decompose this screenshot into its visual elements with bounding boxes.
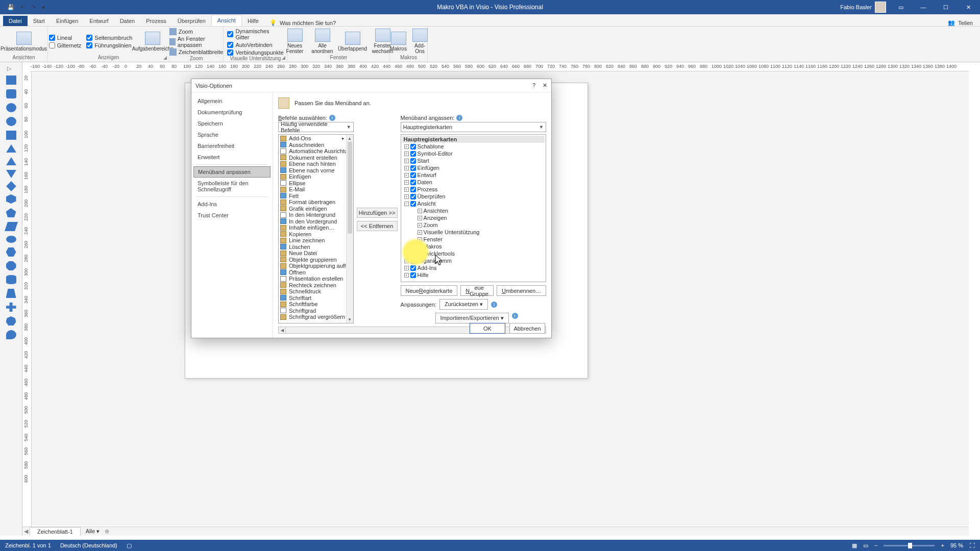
command-item[interactable]: Rechteck zeichnen [279, 282, 346, 289]
expand-icon[interactable]: + [418, 237, 422, 242]
tree-child-node[interactable]: +Fenster [402, 236, 545, 243]
command-item[interactable]: Dokument erstellen [279, 155, 346, 161]
shape-hexagon[interactable] [6, 194, 16, 204]
tree-node[interactable]: +Prozess [402, 186, 545, 193]
import-export-button[interactable]: Importieren/Exportieren ▾ [435, 313, 509, 323]
add-sheet-icon[interactable]: ⊕ [105, 528, 109, 535]
expand-icon[interactable]: + [404, 273, 409, 278]
presentation-mode-button[interactable]: Präsentationsmodus [9, 32, 39, 52]
tab-ansicht[interactable]: Ansicht [211, 15, 242, 26]
scroll-left-icon[interactable]: ◀ [279, 327, 286, 333]
scroll-thumb[interactable] [348, 142, 352, 234]
tree-checkbox[interactable] [410, 158, 416, 164]
view-normal-icon[interactable]: ▦ [852, 542, 857, 549]
connection-points-checkbox[interactable]: Verbindungspunkte [227, 49, 283, 56]
redo-icon[interactable]: ↷ [31, 4, 36, 11]
command-item[interactable]: Ebene nach hinten [279, 161, 346, 167]
share-button[interactable]: 👥 Teilen [948, 19, 973, 26]
zoom-level[interactable]: 95 % [950, 542, 963, 548]
undo-icon[interactable]: ↶ [20, 4, 25, 11]
new-group-button[interactable]: Neue Gruppe [460, 285, 494, 296]
command-item[interactable]: Kopieren [279, 231, 346, 238]
shape-triangle-right[interactable] [6, 144, 16, 153]
zoom-out-icon[interactable]: − [874, 542, 877, 548]
tree-child-node[interactable]: +Anzeigen [402, 214, 545, 221]
customize-ribbon-combo[interactable]: Hauptregisterkarten▼ [401, 122, 546, 132]
info-icon[interactable]: i [329, 115, 335, 121]
shape-circle[interactable] [6, 117, 16, 126]
tab-start[interactable]: Start [28, 16, 51, 26]
expand-icon[interactable]: + [404, 266, 409, 270]
command-item[interactable]: Schriftart [279, 295, 346, 302]
tree-child-node[interactable]: +Ansichten [402, 207, 545, 214]
maximize-icon[interactable]: ☐ [938, 1, 953, 13]
dialog-close-icon[interactable]: ✕ [543, 82, 547, 89]
tell-me[interactable]: 💡 Was möchten Sie tun? [270, 19, 336, 26]
shape-square[interactable] [6, 76, 16, 85]
options-nav-item[interactable]: Speichern [191, 118, 273, 129]
expand-icon[interactable]: + [404, 159, 409, 163]
shape-rounded[interactable] [6, 89, 16, 98]
dialog-help-icon[interactable]: ? [532, 82, 535, 89]
tree-node[interactable]: +Entwurf [402, 171, 545, 179]
expand-icon[interactable]: + [404, 187, 409, 192]
expand-icon[interactable]: + [418, 230, 422, 235]
command-item[interactable]: Neue Datei [279, 250, 346, 257]
tree-checkbox[interactable] [410, 180, 416, 185]
commands-listbox[interactable]: Add-Ons▸AusschneidenAutomatische Ausrich… [278, 134, 354, 323]
options-nav-item[interactable]: Barrierefreiheit [191, 140, 273, 152]
info-icon[interactable]: i [491, 302, 497, 308]
command-item[interactable]: Linie zeichnen [279, 237, 346, 244]
command-item[interactable]: Fett [279, 193, 346, 199]
taskpanes-button[interactable]: Aufgabenbereiche [137, 32, 168, 52]
shape-heptagon[interactable] [6, 316, 16, 325]
tree-child-node[interactable]: +Zoom [402, 221, 545, 229]
language-status[interactable]: Deutsch (Deutschland) [60, 542, 117, 548]
command-item[interactable]: Add-Ons▸ [279, 135, 346, 142]
tree-checkbox[interactable] [410, 151, 416, 157]
dialog-launcher-icon[interactable]: ◢ [282, 55, 285, 60]
tab-ueberpruefen[interactable]: Überprüfen [172, 16, 211, 26]
command-item[interactable]: Öffnen [279, 269, 346, 276]
cascade-button[interactable]: Überlappend [339, 32, 366, 52]
tree-child-node[interactable]: +Visuelle Unterstützung [402, 229, 545, 236]
tree-checkbox[interactable] [410, 144, 416, 149]
options-nav-item[interactable]: Menüband anpassen [193, 166, 271, 178]
user-account[interactable]: Fabio Basler [840, 2, 886, 13]
tree-checkbox[interactable] [410, 165, 416, 171]
sheets-scroll-left-icon[interactable]: ◀ [22, 528, 30, 535]
new-window-button[interactable]: Neues Fenster [284, 29, 306, 54]
qat-more-icon[interactable]: ▾ [42, 4, 45, 11]
command-item[interactable]: Einfügen [279, 173, 346, 180]
tree-checkbox[interactable] [410, 187, 416, 192]
autoconnect-checkbox[interactable]: AutoVerbinden [227, 42, 283, 48]
shape-diamond[interactable] [6, 181, 16, 191]
info-icon[interactable]: i [456, 115, 462, 121]
all-sheets-button[interactable]: Alle ▾ [81, 528, 105, 535]
tree-checkbox[interactable] [410, 265, 416, 271]
expand-icon[interactable]: + [418, 223, 422, 228]
tree-child-node[interactable]: +Makros [402, 243, 545, 250]
add-command-button[interactable]: Hinzufügen >> [357, 208, 398, 218]
tree-node[interactable]: +Add-Ins [402, 264, 545, 271]
command-item[interactable]: Schriftgrad vergrößern [279, 314, 346, 320]
command-item[interactable]: E-Mail [279, 186, 346, 193]
tree-node[interactable]: +Organigramm [402, 257, 545, 264]
expand-icon[interactable]: − [404, 202, 409, 206]
commands-from-combo[interactable]: Häufig verwendete Befehle▼ [278, 122, 354, 132]
ribbon-display-icon[interactable]: ▭ [893, 1, 909, 13]
command-item[interactable]: Grafik einfügen [279, 206, 346, 212]
fit-page-icon[interactable]: ⛶ [969, 542, 975, 548]
reset-button[interactable]: Zurücksetzen ▾ [439, 299, 488, 310]
view-wide-icon[interactable]: ▭ [863, 542, 868, 549]
tree-node[interactable]: +Start [402, 157, 545, 164]
addons-button[interactable]: Add- Ons [412, 29, 428, 54]
tree-checkbox[interactable] [410, 251, 416, 257]
command-item[interactable]: Löschen [279, 244, 346, 251]
shape-rect[interactable] [6, 131, 16, 140]
expand-icon[interactable]: + [404, 180, 409, 185]
command-item[interactable]: Ebene nach vorne [279, 167, 346, 174]
tab-datei[interactable]: Datei [3, 16, 28, 26]
command-item[interactable]: Ausschneiden [279, 142, 346, 148]
remove-command-button[interactable]: << Entfernen [357, 221, 398, 231]
